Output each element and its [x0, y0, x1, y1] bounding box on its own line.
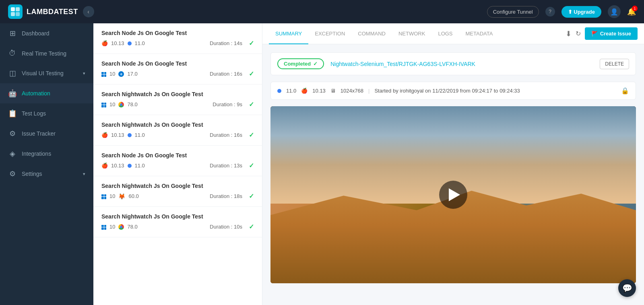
play-icon [449, 188, 460, 201]
chrome-browser-icon [118, 102, 124, 107]
browser-version: 17.0 [127, 71, 137, 77]
create-issue-button[interactable]: 🚩 Create Issue [585, 27, 638, 40]
test-item-title: Search Nightwatch Js On Google Test [101, 183, 254, 189]
test-name-id-link[interactable]: RJTGK-AG63S-LVFXH-IVARK [399, 61, 475, 67]
sidebar-item-real-time-testing[interactable]: ⏱ Real Time Testing [0, 43, 93, 63]
meta-info-row: 11.0 🍎 10.13 🖥 1024x768 | Started by iro… [270, 82, 636, 100]
play-button[interactable] [439, 181, 467, 209]
chat-bubble-button[interactable]: 💬 [618, 279, 636, 297]
monitor-icon: 🖥 [330, 88, 336, 94]
sidebar-label-settings: Settings [22, 171, 78, 177]
duration-text: Duration : 9s [213, 101, 242, 107]
os-version: 10.13 [111, 132, 124, 138]
test-item[interactable]: Search Node Js On Google Test 🍎 10.13 11… [93, 146, 262, 176]
integrations-icon: ◈ [8, 149, 17, 158]
browser-version: 60.0 [128, 193, 138, 199]
windows-os-icon [101, 193, 106, 199]
apple-os-icon: 🍎 [101, 40, 108, 46]
apple-os-icon: 🍎 [101, 132, 108, 138]
download-icon[interactable]: ⬇ [566, 29, 572, 38]
test-item[interactable]: Search Nightwatch Js On Google Test 10 🦊… [93, 176, 262, 207]
os-version: 10 [109, 193, 115, 199]
sidebar-label-test-logs: Test Logs [22, 110, 85, 117]
test-item[interactable]: Search Nightwatch Js On Google Test 🍎 10… [93, 115, 262, 146]
sidebar-item-issue-tracker[interactable]: ⚙ Issue Tracker [0, 124, 93, 144]
windows-os-icon [101, 71, 106, 77]
browser-dot-icon [128, 133, 132, 137]
meta-started-text: Started by irohitgoyal on 11/22/2019 fro… [374, 88, 520, 94]
issue-tracker-icon: ⚙ [8, 129, 17, 138]
duration-text: Duration : 16s [210, 71, 242, 77]
apple-os-icon: 🍎 [101, 163, 108, 169]
status-pass-icon: ✓ [249, 39, 254, 47]
sidebar-label-integrations: Integrations [22, 150, 85, 157]
settings-chevron-down-icon: ▾ [83, 171, 85, 177]
logo-icon [8, 4, 23, 19]
dashboard-icon: ⊞ [8, 29, 17, 38]
browser-dot-icon [128, 41, 132, 45]
logo-text: LAMBDATEST [27, 8, 78, 16]
test-item-title: Search Node Js On Google Test [101, 152, 254, 159]
sidebar-toggle-button[interactable]: ‹ [83, 6, 94, 17]
test-item[interactable]: Search Node Js On Google Test 10 e 17.0 … [93, 54, 262, 84]
test-item-meta: 🍎 10.13 11.0 Duration : 14s ✓ [101, 39, 254, 47]
sidebar-item-integrations[interactable]: ◈ Integrations [0, 144, 93, 164]
tab-bar: SUMMARY EXCEPTION COMMAND NETWORK LOGS M… [262, 23, 644, 44]
test-item-title: Search Nightwatch Js On Google Test [101, 122, 254, 128]
firefox-browser-icon: 🦊 [118, 193, 125, 200]
chevron-down-icon: ▾ [83, 71, 85, 76]
tab-network[interactable]: NETWORK [392, 24, 431, 44]
os-version: 10 [109, 101, 115, 107]
bell-wrapper[interactable]: 🔔 1 [627, 7, 636, 16]
tab-metadata[interactable]: METADATA [459, 24, 500, 44]
test-item-meta: 🍎 10.13 11.0 Duration : 13s ✓ [101, 162, 254, 169]
help-icon[interactable]: ? [545, 7, 555, 16]
header-left: LAMBDATEST ‹ [8, 4, 94, 19]
test-item[interactable]: Search Nightwatch Js On Google Test 10 [93, 207, 262, 237]
test-name-link: Nightwatch-Selenium_Test/RJTGK-AG63S-LVF… [330, 61, 475, 67]
os-version: 10.13 [111, 163, 124, 169]
sidebar-label-issue-tracker: Issue Tracker [22, 130, 85, 137]
detail-panel: SUMMARY EXCEPTION COMMAND NETWORK LOGS M… [262, 23, 644, 305]
tab-command[interactable]: COMMAND [351, 24, 392, 44]
sidebar-label-automation: Automation [22, 90, 85, 97]
upgrade-button[interactable]: ⬆ Upgrade [561, 6, 601, 18]
status-pass-icon: ✓ [249, 223, 254, 231]
refresh-icon[interactable]: ↻ [576, 30, 581, 37]
sidebar-item-visual-ui-testing[interactable]: ◫ Visual UI Testing ▾ [0, 63, 93, 83]
test-name-prefix: Nightwatch-Selenium_Test/ [330, 61, 399, 67]
header-right: Configure Tunnel ? ⬆ Upgrade 👤 🔔 1 [487, 5, 636, 18]
duration-text: Duration : 14s [210, 40, 242, 46]
video-player[interactable] [270, 106, 636, 283]
test-item[interactable]: Search Node Js On Google Test 🍎 10.13 11… [93, 23, 262, 54]
tab-actions: ⬇ ↻ 🚩 Create Issue [566, 27, 638, 40]
edge-browser-icon: e [118, 71, 124, 77]
test-item[interactable]: Search Nightwatch Js On Google Test 10 [93, 84, 262, 115]
sidebar-item-automation[interactable]: 🤖 Automation [0, 83, 93, 103]
upgrade-label: ⬆ Upgrade [568, 9, 595, 15]
bell-badge: 1 [632, 6, 638, 11]
sidebar-label-real-time-testing: Real Time Testing [22, 50, 85, 57]
avatar[interactable]: 👤 [608, 5, 621, 18]
test-item-meta: 🍎 10.13 11.0 Duration : 16s ✓ [101, 131, 254, 139]
delete-button[interactable]: DELETE [600, 59, 629, 69]
browser-dot-icon [128, 164, 132, 168]
tab-summary[interactable]: SUMMARY [269, 24, 308, 44]
os-version: 10 [109, 71, 115, 77]
tab-logs[interactable]: LOGS [431, 24, 459, 44]
configure-tunnel-button[interactable]: Configure Tunnel [487, 6, 539, 18]
sidebar-item-settings[interactable]: ⚙ Settings ▾ [0, 164, 93, 184]
test-item-meta: 10 e 17.0 Duration : 16s ✓ [101, 70, 254, 78]
completed-text: Completed [284, 61, 311, 67]
create-issue-label: Create Issue [600, 31, 631, 37]
browser-version: 78.0 [127, 101, 137, 107]
realtime-icon: ⏱ [8, 49, 17, 58]
status-row: Completed ✓ Nightwatch-Selenium_Test/RJT… [270, 52, 636, 75]
automation-icon: 🤖 [8, 89, 17, 98]
create-issue-icon: 🚩 [591, 31, 598, 37]
sidebar-item-dashboard[interactable]: ⊞ Dashboard [0, 23, 93, 43]
browser-version-dot-icon [277, 89, 281, 93]
sidebar-item-test-logs[interactable]: 📋 Test Logs [0, 103, 93, 124]
tab-exception[interactable]: EXCEPTION [308, 24, 351, 44]
svg-rect-3 [16, 12, 20, 16]
